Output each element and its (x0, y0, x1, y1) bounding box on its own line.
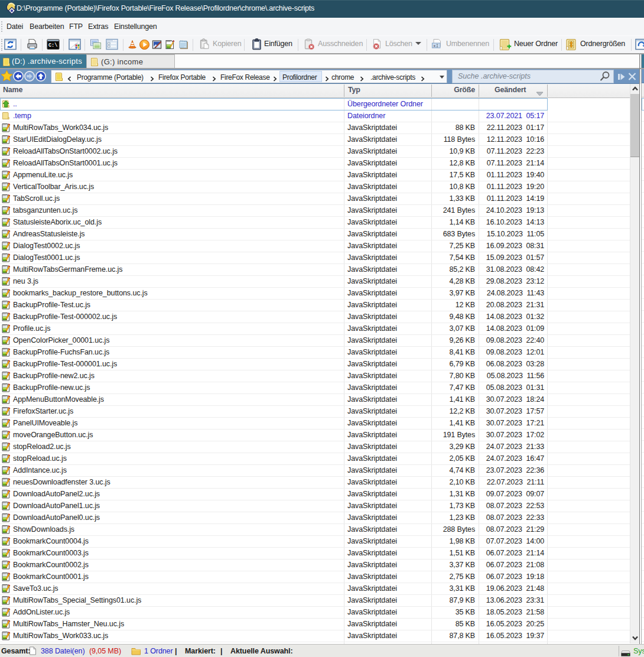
svg-text:C:\: C:\ (48, 43, 57, 48)
svg-text:x: x (434, 43, 436, 48)
